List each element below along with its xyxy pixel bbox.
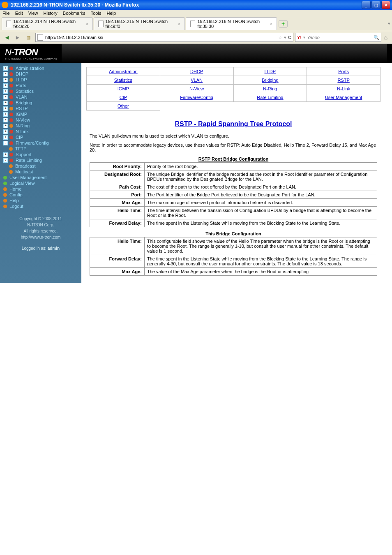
expand-icon[interactable]: + (3, 95, 8, 99)
nav-ports[interactable]: Ports (338, 69, 349, 74)
expand-icon[interactable]: + (3, 106, 8, 111)
close-icon[interactable]: × (86, 22, 88, 26)
sidebar-item-cip[interactable]: +CIP (0, 134, 81, 140)
menubar: File Edit View History Bookmarks Tools H… (0, 10, 392, 16)
this-config-table: Hello Time:This configurable field shows… (90, 237, 377, 276)
sidebar-item-vlan[interactable]: +VLAN (0, 94, 81, 100)
sidebar-item-rate[interactable]: -Rate Limiting (0, 157, 81, 163)
menu-history[interactable]: History (44, 11, 58, 16)
nav-usermgmt[interactable]: User Management (325, 95, 362, 100)
nav-dhcp[interactable]: DHCP (190, 69, 203, 74)
menu-help[interactable]: Help (106, 11, 116, 16)
titlebar[interactable]: 192.168.2.216 N-TRON Switch fb:35:30 - M… (0, 0, 392, 10)
home-button[interactable]: ⌂ (381, 33, 390, 42)
close-button[interactable]: ✕ (381, 1, 390, 9)
sidebar-item-multicast[interactable]: Multicast (0, 169, 81, 175)
expand-icon[interactable]: + (3, 129, 8, 134)
browser-tab[interactable]: 192.168.2.216 N-TRON Switch fb:35:30× (186, 17, 277, 30)
tab-list-button[interactable]: ▾ (388, 21, 390, 26)
nav-bridging[interactable]: Bridging (262, 78, 278, 83)
expand-icon[interactable]: + (3, 78, 8, 82)
nav-other[interactable]: Other (118, 104, 129, 108)
page-icon (6, 21, 11, 27)
search-icon[interactable]: 🔍 (374, 35, 379, 40)
sidebar-item-broadcast[interactable]: Broadcast (0, 163, 81, 169)
forward-button[interactable]: ► (12, 33, 23, 42)
sidebar-item-nview[interactable]: +N-View (0, 117, 81, 123)
sidebar-item-nring[interactable]: +N-Ring (0, 123, 81, 129)
nav-grid: AdministrationDHCPLLDPPorts StatisticsVL… (81, 63, 385, 115)
nav-nring[interactable]: N-Ring (263, 86, 277, 91)
menu-bookmarks[interactable]: Bookmarks (63, 11, 85, 16)
page-title: RSTP - Rapid Spanning Tree Protocol (90, 120, 377, 128)
expand-icon[interactable]: + (3, 72, 8, 76)
expand-icon[interactable]: + (3, 66, 8, 71)
recent-pages-button[interactable]: ▥ (23, 33, 34, 42)
nav-vlan[interactable]: VLAN (191, 78, 203, 83)
menu-view[interactable]: View (28, 11, 38, 16)
sidebar-item-home[interactable]: Home (0, 186, 81, 192)
navbar: ◄ ► ▥ http://192.168.2.216/main.ssi ☆ ▾ … (0, 31, 392, 44)
menu-edit[interactable]: Edit (15, 11, 23, 16)
collapse-icon[interactable]: - (3, 141, 8, 145)
browser-tab[interactable]: 192.168.2.214 N-TRON Switch f9:ca:20× (2, 17, 93, 30)
expand-icon[interactable]: + (3, 135, 8, 140)
collapse-icon[interactable]: - (3, 158, 8, 163)
sidebar-item-igmp[interactable]: +IGMP (0, 111, 81, 117)
expand-icon[interactable]: + (3, 101, 8, 105)
page-icon (190, 21, 195, 27)
menu-tools[interactable]: Tools (91, 11, 101, 16)
nav-firmware[interactable]: Firmware/Config (180, 95, 213, 100)
sidebar-item-lldp[interactable]: +LLDP (0, 77, 81, 83)
reload-button[interactable]: C (288, 35, 291, 40)
sidebar-item-help[interactable]: Help (0, 198, 81, 203)
nav-lldp[interactable]: LLDP (265, 69, 276, 74)
new-tab-button[interactable]: + (279, 20, 288, 28)
sidebar-item-rstp[interactable]: +RSTP (0, 106, 81, 111)
sidebar-item-nlink[interactable]: +N-Link (0, 129, 81, 134)
browser-tab[interactable]: 192.168.2.215 N-TRON Switch f9:c9:f0× (94, 17, 185, 30)
expand-icon[interactable]: + (3, 152, 8, 157)
logo-bar: N-TRON THE INDUSTRIAL NETWORK COMPANY (0, 44, 392, 63)
sidebar-item-config[interactable]: Config (0, 192, 81, 198)
sidebar-item-tftp[interactable]: TFTP (0, 146, 81, 152)
sidebar-item-logout[interactable]: Logout (0, 203, 81, 209)
sidebar-item-firmware[interactable]: -Firmware/Config (0, 140, 81, 146)
menu-file[interactable]: File (2, 11, 10, 16)
nav-statistics[interactable]: Statistics (114, 78, 132, 83)
sidebar-item-administration[interactable]: +Administration (0, 65, 81, 71)
back-button[interactable]: ◄ (2, 33, 12, 42)
sidebar-item-usermgmt[interactable]: User Management (0, 175, 81, 180)
nav-igmp[interactable]: IGMP (118, 86, 129, 91)
maximize-button[interactable]: ▢ (371, 1, 380, 9)
search-bar[interactable]: Y!▾ Yahoo 🔍 (295, 33, 381, 42)
sidebar-item-support[interactable]: +Support (0, 152, 81, 157)
expand-icon[interactable]: + (3, 83, 8, 88)
close-icon[interactable]: × (178, 22, 180, 26)
url-text: http://192.168.2.216/main.ssi (45, 35, 103, 40)
nav-nview[interactable]: N-View (189, 86, 204, 91)
brand-tagline: THE INDUSTRIAL NETWORK COMPANY (5, 58, 58, 60)
minimize-button[interactable]: _ (362, 1, 371, 9)
brand-logo: N-TRON (5, 47, 58, 58)
bookmark-star-icon[interactable]: ☆ (278, 35, 282, 40)
expand-icon[interactable]: + (3, 118, 8, 122)
intro-text: The VLAN pull-down menu is used to selec… (90, 134, 377, 138)
nav-administration[interactable]: Administration (109, 69, 138, 74)
url-bar[interactable]: http://192.168.2.216/main.ssi ☆ ▾ C (35, 33, 293, 42)
expand-icon[interactable]: + (3, 112, 8, 117)
nav-rstp[interactable]: RSTP (337, 78, 349, 83)
sidebar-item-statistics[interactable]: +Statistics (0, 88, 81, 94)
expand-icon[interactable]: + (3, 124, 8, 128)
sidebar-item-dhcp[interactable]: +DHCP (0, 71, 81, 77)
nav-rate[interactable]: Rate Limiting (257, 95, 283, 100)
nav-nlink[interactable]: N-Link (337, 86, 350, 91)
sidebar-item-logical[interactable]: Logical View (0, 180, 81, 186)
nav-cip[interactable]: CIP (120, 95, 127, 100)
vendor-link[interactable]: http://www.n-tron.com (21, 235, 61, 240)
sidebar-item-ports[interactable]: +Ports (0, 83, 81, 88)
sidebar-item-bridging[interactable]: +Bridging (0, 100, 81, 106)
sidebar: +Administration +DHCP +LLDP +Ports +Stat… (0, 63, 81, 283)
close-icon[interactable]: × (270, 22, 272, 26)
expand-icon[interactable]: + (3, 89, 8, 94)
